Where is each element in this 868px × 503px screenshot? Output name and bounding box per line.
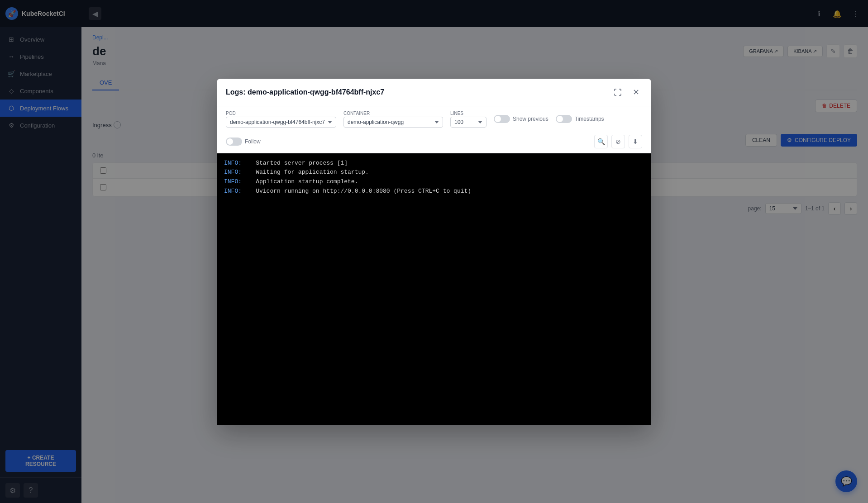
container-field-label: Container [343,111,443,116]
timestamps-label: Timestamps [575,116,604,122]
log-output: INFO: Started server process [1] INFO: W… [217,153,651,425]
lines-select[interactable]: 100 200 500 [450,117,486,128]
search-logs-button[interactable]: 🔍 [594,135,608,148]
pod-select[interactable]: demo-application-qwgg-bf4764bff-njxc7 [226,117,336,128]
download-logs-button[interactable]: ⬇ [629,135,642,148]
pod-field-label: Pod [226,111,336,116]
filter-icon: ⊘ [615,138,621,145]
modal-toolbar: Pod demo-application-qwgg-bf4764bff-njxc… [217,106,651,153]
log-line-4: INFO: Uvicorn running on http://0.0.0.0:… [224,187,644,196]
lines-field-label: Lines [450,111,486,116]
timestamps-toggle[interactable] [556,115,572,123]
search-icon: 🔍 [597,138,605,145]
fullscreen-button[interactable] [611,86,624,99]
show-previous-toggle[interactable] [494,115,510,123]
logs-modal: Logs: demo-application-qwgg-bf4764bff-nj… [217,79,651,425]
modal-header: Logs: demo-application-qwgg-bf4764bff-nj… [217,79,651,106]
download-icon: ⬇ [633,138,638,145]
container-field-group: Container demo-application-qwgg [343,111,443,128]
modal-toolbar-right: 🔍 ⊘ ⬇ [594,135,642,148]
filter-logs-button[interactable]: ⊘ [611,135,625,148]
log-line-2: INFO: Waiting for application startup. [224,168,644,177]
follow-toggle[interactable] [226,138,242,146]
log-line-3: INFO: Application startup complete. [224,177,644,187]
modal-overlay[interactable]: Logs: demo-application-qwgg-bf4764bff-nj… [0,0,868,503]
pod-field-group: Pod demo-application-qwgg-bf4764bff-njxc… [226,111,336,128]
follow-toggle-group: Follow [226,138,261,146]
timestamps-toggle-group: Timestamps [556,115,604,123]
modal-title: Logs: demo-application-qwgg-bf4764bff-nj… [226,88,384,96]
modal-header-actions: ✕ [611,86,642,99]
show-previous-toggle-group: Show previous [494,115,548,123]
show-previous-label: Show previous [513,116,548,122]
lines-field-group: Lines 100 200 500 [450,111,486,128]
follow-label: Follow [245,138,261,145]
close-modal-button[interactable]: ✕ [630,86,642,99]
log-line-1: INFO: Started server process [1] [224,159,644,168]
container-select[interactable]: demo-application-qwgg [343,117,443,128]
